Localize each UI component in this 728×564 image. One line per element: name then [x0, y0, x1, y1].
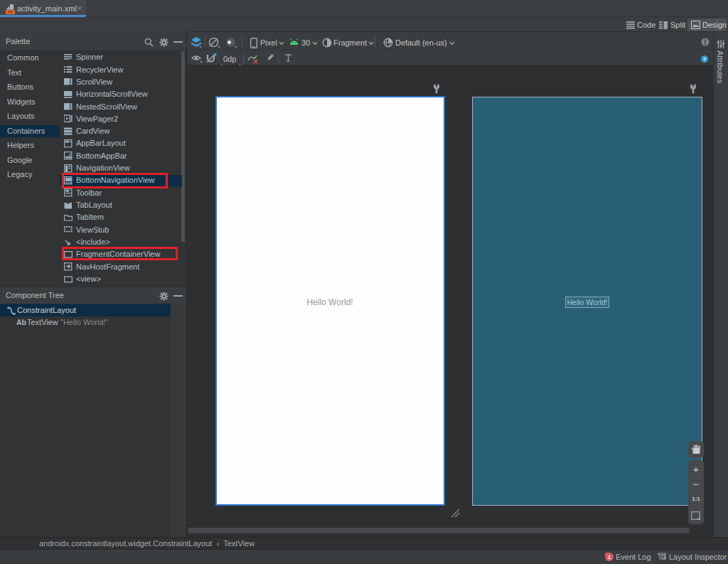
- svg-text:1: 1: [608, 554, 611, 560]
- svg-text:<>: <>: [8, 9, 14, 14]
- svg-text:?: ?: [703, 56, 707, 63]
